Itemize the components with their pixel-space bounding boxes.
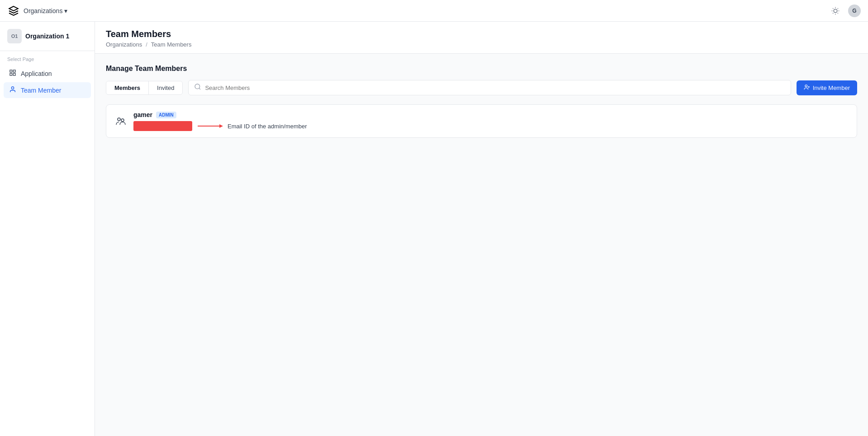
topnav-right: G	[828, 4, 861, 18]
sidebar-nav: Application Team Member	[0, 64, 95, 101]
search-input[interactable]	[205, 84, 785, 91]
content-area: Manage Team Members Members Invited	[95, 54, 868, 149]
svg-point-20	[121, 119, 124, 122]
theme-toggle-button[interactable]	[828, 4, 843, 18]
member-name: gamer	[133, 111, 152, 118]
org-name: Organization 1	[25, 33, 69, 40]
svg-point-16	[805, 84, 807, 87]
app-logo	[7, 5, 20, 17]
member-row: gamer ADMIN Email ID of the admin/member	[106, 104, 857, 138]
sidebar-item-label-application: Application	[21, 70, 52, 77]
breadcrumb-separator: /	[146, 41, 147, 48]
member-info: gamer ADMIN Email ID of the admin/member	[133, 111, 307, 131]
search-box	[188, 80, 791, 95]
member-name-row: gamer ADMIN	[133, 111, 307, 118]
tab-invited[interactable]: Invited	[149, 81, 182, 94]
sidebar-org: O1 Organization 1	[0, 22, 95, 51]
tab-bar-row: Members Invited	[106, 80, 857, 95]
svg-line-15	[199, 88, 200, 89]
layout: O1 Organization 1 Select Page Applicatio…	[0, 22, 868, 436]
svg-point-0	[834, 9, 837, 13]
annotation-text: Email ID of the admin/member	[228, 123, 307, 130]
svg-line-8	[838, 8, 838, 9]
admin-badge: ADMIN	[156, 112, 176, 118]
sidebar-item-team-member[interactable]: Team Member	[4, 82, 91, 98]
user-avatar[interactable]: G	[848, 5, 861, 17]
topnav-left: Organizations ▾	[7, 5, 67, 17]
email-redacted	[133, 121, 192, 131]
page-title: Team Members	[106, 29, 857, 39]
arrow-annotation: Email ID of the admin/member	[198, 122, 307, 131]
svg-point-13	[11, 87, 14, 89]
svg-point-14	[195, 84, 200, 89]
svg-rect-11	[10, 73, 12, 75]
tab-group: Members Invited	[106, 81, 183, 95]
person-add-icon	[804, 84, 810, 92]
org-badge: O1	[7, 29, 22, 43]
search-icon	[194, 83, 201, 92]
svg-rect-10	[13, 70, 15, 72]
member-icon	[114, 114, 128, 128]
grid-icon	[9, 69, 16, 78]
sidebar-item-application[interactable]: Application	[4, 66, 91, 81]
svg-marker-22	[219, 124, 223, 128]
breadcrumb-current: Team Members	[151, 41, 192, 48]
tab-members[interactable]: Members	[106, 81, 149, 94]
org-selector[interactable]: Organizations ▾	[24, 7, 67, 14]
sidebar: O1 Organization 1 Select Page Applicatio…	[0, 22, 95, 436]
sidebar-item-label-team-member: Team Member	[21, 87, 61, 94]
main-content: Team Members Organizations / Team Member…	[95, 22, 868, 436]
svg-rect-12	[13, 73, 15, 75]
arrow-icon	[198, 122, 225, 131]
svg-rect-9	[10, 70, 12, 72]
breadcrumb: Organizations / Team Members	[106, 41, 857, 53]
svg-line-3	[833, 8, 833, 9]
main-header: Team Members Organizations / Team Member…	[95, 22, 868, 54]
select-page-label: Select Page	[0, 51, 95, 64]
invite-member-button[interactable]: Invite Member	[797, 80, 857, 95]
invite-button-label: Invite Member	[813, 84, 850, 91]
topnav: Organizations ▾ G	[0, 0, 868, 22]
svg-line-4	[838, 13, 838, 13]
section-title: Manage Team Members	[106, 65, 857, 73]
person-icon	[9, 86, 16, 94]
breadcrumb-org: Organizations	[106, 41, 142, 48]
member-email-row: Email ID of the admin/member	[133, 121, 307, 131]
svg-line-7	[833, 13, 833, 13]
svg-point-19	[118, 118, 120, 121]
